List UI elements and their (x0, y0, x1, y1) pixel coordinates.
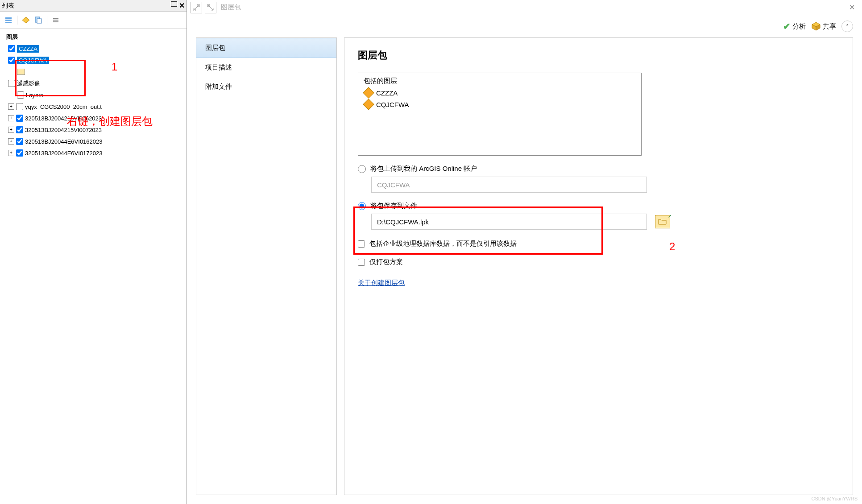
schema-check-row[interactable]: 仅打包方案 (358, 258, 839, 266)
layer-checkbox[interactable] (17, 91, 24, 99)
toc-panel: 列表 ✕ 图层 (0, 0, 187, 504)
expand-icon[interactable]: + (8, 138, 14, 145)
layer-label: CQJCFWA (17, 57, 49, 64)
expand-icon[interactable]: + (8, 150, 14, 156)
included-layer-item[interactable]: CQJCFWA (364, 99, 636, 110)
list-by-selection-icon[interactable] (51, 15, 61, 25)
zoom-out-icon[interactable] (205, 2, 216, 13)
share-label: 共享 (823, 22, 836, 31)
analyze-button[interactable]: ✔ 分析 (783, 21, 806, 32)
layer-label: yqyx_CGCS2000_20cm_out.t (25, 103, 102, 110)
layer-label: Layers (26, 92, 43, 99)
annotation-number-1: 1 (112, 61, 117, 73)
tree-item-raster[interactable]: + 320513BJ20044E6VI0172023 (2, 147, 185, 159)
svg-rect-1 (5, 20, 12, 21)
tree-item-czzza[interactable]: CZZZA (2, 43, 185, 54)
layer-checkbox[interactable] (16, 103, 23, 110)
nav-item-description[interactable]: 项目描述 (196, 58, 336, 77)
plus-icon: ↗ (668, 214, 671, 219)
layer-checkbox[interactable] (8, 80, 15, 87)
list-by-visibility-icon[interactable] (33, 15, 43, 25)
enterprise-check-row[interactable]: 包括企业级地理数据库数据，而不是仅引用该数据 (358, 240, 839, 248)
window-restore-icon[interactable] (171, 1, 177, 7)
svg-marker-3 (22, 17, 29, 23)
svg-rect-7 (53, 20, 58, 21)
expand-icon[interactable]: + (8, 115, 14, 121)
save-radio[interactable] (358, 202, 366, 210)
annotation-number-2: 2 (669, 240, 675, 253)
checkmark-icon: ✔ (783, 21, 791, 32)
save-radio-label: 将包保存到文件 (370, 202, 417, 210)
svg-rect-10 (193, 9, 195, 11)
layer-label: 320513BJ20044E6VI0162023 (25, 138, 103, 145)
layer-checkbox[interactable] (16, 138, 23, 145)
svg-rect-8 (53, 21, 58, 22)
layer-package-dialog: 图层包 ✕ ✔ 分析 共享 ˄ 图层包 项目描述 附加文件 (187, 0, 862, 504)
tree-item-layers-group[interactable]: Layers (2, 89, 185, 101)
upload-radio-row[interactable]: 将包上传到我的 ArcGIS Online 帐户 (358, 165, 839, 173)
browse-button[interactable]: ↗ (655, 215, 670, 228)
tree-root[interactable]: 图层 (2, 31, 185, 43)
list-by-source-icon[interactable] (21, 15, 31, 25)
tree-item-raster[interactable]: + yqyx_CGCS2000_20cm_out.t (2, 101, 185, 112)
toc-toolbar (0, 12, 186, 29)
layer-checkbox[interactable] (16, 115, 23, 122)
layer-icon (363, 87, 374, 98)
share-button[interactable]: 共享 (811, 21, 836, 31)
tree-item-cqjcfwa[interactable]: CQJCFWA (2, 54, 185, 66)
dialog-toolbar: ✔ 分析 共享 ˄ (187, 15, 862, 37)
nav-item-attachments[interactable]: 附加文件 (196, 77, 336, 96)
watermark: CSDN @YuanYWRS (812, 496, 858, 501)
zoom-in-icon[interactable] (191, 2, 202, 13)
expand-icon[interactable]: + (8, 103, 14, 110)
svg-rect-5 (37, 19, 41, 23)
upload-radio[interactable] (358, 165, 366, 173)
dialog-titlebar: 图层包 ✕ (187, 0, 862, 15)
included-layer-name: CQJCFWA (376, 101, 409, 108)
toc-title: 列表 (2, 2, 14, 10)
svg-rect-2 (5, 22, 12, 23)
list-by-drawing-icon[interactable] (4, 15, 13, 25)
tree-item-raster[interactable]: + 320513BJ20044E6VI0162023 (2, 136, 185, 147)
help-link-row: 关于创建图层包 (358, 279, 839, 287)
svg-rect-6 (53, 18, 58, 19)
dialog-title: 图层包 (221, 3, 241, 12)
layer-tree: 图层 CZZZA CQJCFWA 遥感影像 Layers (0, 29, 186, 161)
upload-radio-label: 将包上传到我的 ArcGIS Online 帐户 (370, 165, 477, 173)
package-icon (811, 21, 821, 31)
tree-swatch (2, 66, 185, 78)
close-icon[interactable]: ✕ (179, 1, 185, 10)
svg-line-12 (208, 5, 213, 10)
enterprise-label: 包括企业级地理数据库数据，而不是仅引用该数据 (369, 240, 517, 248)
svg-rect-0 (5, 17, 12, 19)
annotation-context-text: 右键，创建图层包 (67, 114, 153, 128)
toc-header: 列表 ✕ (0, 0, 186, 12)
included-layers-box: 包括的图层 CZZZA CQJCFWA (358, 73, 642, 156)
content-heading: 图层包 (358, 49, 839, 62)
save-radio-row[interactable]: 将包保存到文件 (358, 202, 839, 210)
upload-name-input[interactable] (371, 177, 647, 193)
save-path-input[interactable] (371, 214, 647, 230)
layer-checkbox[interactable] (16, 126, 23, 133)
tree-item-remote-sensing[interactable]: 遥感影像 (2, 78, 185, 89)
layer-checkbox[interactable] (8, 45, 15, 52)
enterprise-checkbox[interactable] (358, 240, 365, 248)
layer-checkbox[interactable] (8, 57, 15, 64)
dialog-close-icon[interactable]: ✕ (845, 3, 858, 12)
symbology-swatch-icon (17, 69, 25, 75)
included-layer-name: CZZZA (376, 89, 398, 97)
layer-icon (363, 99, 374, 110)
included-layer-item[interactable]: CZZZA (364, 87, 636, 99)
collapse-icon[interactable]: ˄ (841, 21, 853, 32)
content-panel: 图层包 包括的图层 CZZZA CQJCFWA 将包上传到我 (344, 37, 853, 495)
schema-label: 仅打包方案 (369, 258, 403, 266)
help-link[interactable]: 关于创建图层包 (358, 279, 405, 286)
nav-item-layer-package[interactable]: 图层包 (196, 38, 336, 58)
nav-panel: 图层包 项目描述 附加文件 (196, 37, 337, 495)
root-label: 图层 (6, 33, 18, 41)
schema-checkbox[interactable] (358, 259, 365, 266)
layer-label: 320513BJ20044E6VI0172023 (25, 150, 103, 157)
layer-checkbox[interactable] (16, 149, 23, 157)
analyze-label: 分析 (792, 22, 806, 31)
expand-icon[interactable]: + (8, 127, 14, 133)
